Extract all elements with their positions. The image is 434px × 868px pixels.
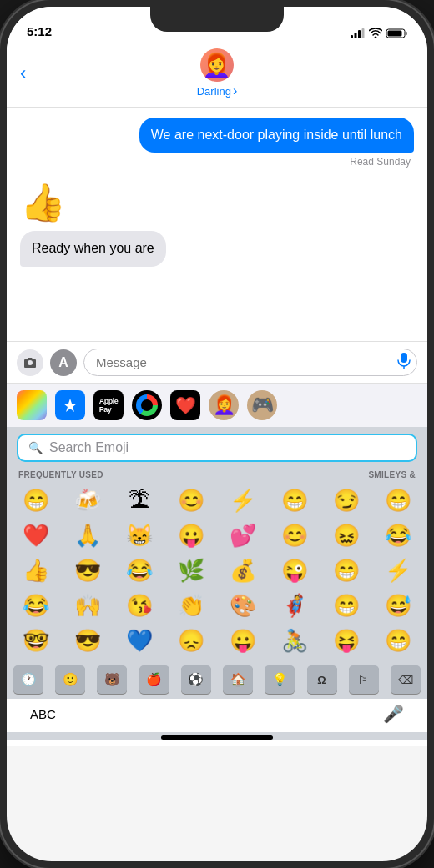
- recent-emoji-btn[interactable]: 🕐: [13, 665, 43, 694]
- appstore-icon: [62, 397, 78, 414]
- objects-btn[interactable]: 💡: [265, 665, 295, 694]
- svg-rect-2: [358, 30, 361, 38]
- emoji-cell[interactable]: 😂: [10, 588, 62, 623]
- emoji-cell[interactable]: 🤓: [10, 623, 62, 658]
- emoji-cell[interactable]: 🌿: [165, 553, 217, 588]
- emoji-category-row: FREQUENTLY USED SMILEYS &: [7, 467, 427, 481]
- camera-button[interactable]: [17, 349, 43, 376]
- svg-rect-5: [388, 31, 402, 37]
- emoji-cell[interactable]: 😁: [320, 553, 372, 588]
- input-bar: A: [7, 341, 427, 383]
- message-input[interactable]: [83, 349, 417, 376]
- emoji-cell[interactable]: 😅: [372, 588, 424, 623]
- emoji-cell[interactable]: 😘: [114, 588, 165, 623]
- avatar: 👩‍🦰: [200, 48, 234, 82]
- emoji-cell[interactable]: ❤️: [10, 518, 62, 553]
- svg-rect-1: [355, 33, 357, 38]
- nav-bar: ‹ 👩‍🦰 Darling: [7, 43, 427, 108]
- standalone-emoji: 👍: [20, 178, 414, 231]
- emoji-cell[interactable]: 😁: [320, 588, 372, 623]
- emoji-cell[interactable]: ⚡: [372, 553, 424, 588]
- bottom-padding: [7, 740, 427, 746]
- emoji-cell[interactable]: 🎨: [217, 588, 269, 623]
- status-time: 5:12: [27, 24, 52, 38]
- mic-icon[interactable]: 🎤: [383, 704, 404, 724]
- emoji-cell[interactable]: ⚡: [217, 483, 269, 518]
- emoji-cell[interactable]: 💕: [217, 518, 269, 553]
- status-icons: [351, 28, 407, 38]
- delete-btn[interactable]: ⌫: [391, 665, 421, 694]
- abc-label[interactable]: ABC: [30, 707, 56, 721]
- nav-contact[interactable]: 👩‍🦰 Darling: [197, 48, 238, 98]
- svg-rect-0: [351, 35, 353, 38]
- messages-area: We are next-door playing inside until lu…: [7, 108, 427, 341]
- emoji-cell[interactable]: 😜: [269, 553, 320, 588]
- emoji-cell[interactable]: 🚴: [269, 623, 320, 658]
- apps-button[interactable]: A: [50, 349, 77, 376]
- appstore-shortcut[interactable]: [55, 390, 85, 420]
- emoji-cell[interactable]: 😛: [217, 623, 269, 658]
- activity-btn[interactable]: ⚽: [181, 665, 211, 694]
- audio-button[interactable]: [397, 353, 411, 373]
- emoji-cell[interactable]: 😎: [62, 553, 114, 588]
- animal-btn[interactable]: 🐻: [97, 665, 127, 694]
- received-bubble: Ready when you are: [20, 231, 166, 266]
- memoji-shortcut[interactable]: 👩‍🦰: [209, 390, 239, 420]
- emoji-cell[interactable]: 🙌: [62, 588, 114, 623]
- keyboard-bottom-bar: 🕐 🙂 🐻 🍎 ⚽ 🏠 💡 Ω 🏳 ⌫: [7, 660, 427, 699]
- emoji-cell[interactable]: 😂: [372, 518, 424, 553]
- emoji-cell[interactable]: 👍: [10, 553, 62, 588]
- emoji-cell[interactable]: 🦸: [269, 588, 320, 623]
- home-bar-area: ABC 🎤: [7, 699, 427, 732]
- emoji-cell[interactable]: 🍻: [62, 483, 114, 518]
- camera-icon: [23, 357, 37, 369]
- emoji-cell[interactable]: 😖: [320, 518, 372, 553]
- heart-shortcut[interactable]: ❤️: [170, 390, 200, 420]
- wifi-icon: [369, 28, 382, 38]
- emoji-cell[interactable]: 😏: [320, 483, 372, 518]
- applepay-shortcut[interactable]: ApplePay: [93, 390, 124, 420]
- emoji-cell[interactable]: 😝: [320, 623, 372, 658]
- activity-ring: [136, 394, 158, 416]
- emoji-search-container[interactable]: 🔍 Search Emoji: [17, 434, 417, 462]
- emoji-cell[interactable]: 😛: [165, 518, 217, 553]
- emoji-cell[interactable]: 😊: [269, 518, 320, 553]
- emoji-cell[interactable]: 😁: [372, 623, 424, 658]
- applepay-label: ApplePay: [99, 397, 119, 414]
- smiley-btn[interactable]: 🙂: [55, 665, 85, 694]
- emoji-cell[interactable]: 😞: [165, 623, 217, 658]
- flags-btn[interactable]: 🏳: [349, 665, 379, 694]
- symbols-btn[interactable]: Ω: [307, 665, 337, 694]
- emoji-keyboard: 🔍 Search Emoji FREQUENTLY USED SMILEYS &…: [7, 427, 427, 746]
- phone-screen: 5:12: [7, 7, 427, 861]
- emoji-cell[interactable]: 😸: [114, 518, 165, 553]
- search-emoji-placeholder: Search Emoji: [49, 440, 129, 455]
- game-shortcut[interactable]: 🎮: [247, 390, 277, 420]
- travel-btn[interactable]: 🏠: [223, 665, 253, 694]
- emoji-cell[interactable]: 😁: [10, 483, 62, 518]
- food-btn[interactable]: 🍎: [139, 665, 169, 694]
- notch: [150, 7, 284, 32]
- emoji-cell[interactable]: 😁: [269, 483, 320, 518]
- category-left: FREQUENTLY USED: [18, 470, 103, 479]
- emoji-cell[interactable]: 🙏: [62, 518, 114, 553]
- emoji-cell[interactable]: 😁: [372, 483, 424, 518]
- emoji-cell[interactable]: 🏝: [114, 483, 165, 518]
- message-status: Read Sunday: [20, 156, 414, 168]
- svg-rect-3: [362, 28, 365, 38]
- emoji-cell[interactable]: 😂: [114, 553, 165, 588]
- emoji-cell[interactable]: 💙: [114, 623, 165, 658]
- fitness-shortcut[interactable]: [132, 390, 162, 420]
- emoji-cell[interactable]: 💰: [217, 553, 269, 588]
- emoji-cell[interactable]: 😎: [62, 623, 114, 658]
- svg-rect-6: [406, 32, 407, 35]
- emoji-cell[interactable]: 👏: [165, 588, 217, 623]
- sent-message: We are next-door playing inside until lu…: [20, 118, 414, 153]
- emoji-cell[interactable]: 😊: [165, 483, 217, 518]
- photos-shortcut[interactable]: [17, 390, 47, 420]
- contact-name: Darling: [197, 83, 238, 98]
- app-shortcuts: ApplePay ❤️ 👩‍🦰 🎮: [7, 383, 427, 427]
- memoji-icon: 👩‍🦰: [213, 394, 235, 416]
- received-message: Ready when you are: [20, 231, 414, 266]
- back-button[interactable]: ‹: [20, 63, 26, 84]
